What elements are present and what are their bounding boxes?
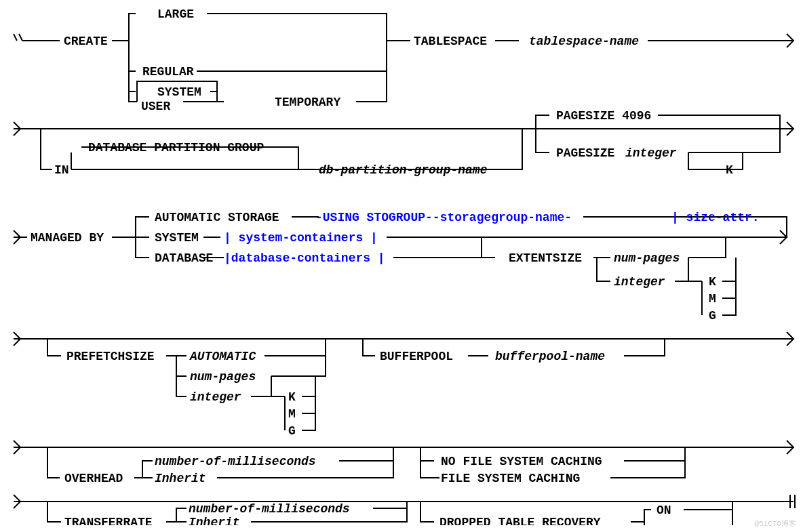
kw-overhead: OVERHEAD (64, 472, 123, 485)
kw-create: CREATE (64, 35, 108, 48)
unit-k-1: K (726, 163, 733, 177)
kw-managed-by: MANAGED BY (31, 231, 104, 245)
var-automatic: AUTOMATIC (189, 350, 256, 363)
unit-g-1: G (709, 309, 716, 323)
var-integer-1: integer (625, 146, 677, 160)
kw-transferrate: TRANSFERRATE (64, 516, 153, 525)
var-sys-containers: | system-containers | (224, 231, 378, 245)
var-integer-3: integer (190, 390, 241, 404)
var-inherit-1: Inherit (155, 472, 206, 485)
var-number-ms-1: number-of-milliseconds (155, 455, 316, 468)
var-tablespace-name: tablespace-name (529, 35, 639, 48)
unit-m-2: M (288, 407, 296, 421)
kw-large: LARGE (157, 7, 194, 21)
kw-tablespace: TABLESPACE (414, 35, 487, 48)
kw-user: USER (141, 100, 170, 113)
kw-database-opt: DATABASE (155, 251, 214, 265)
var-num-pages-2: num-pages (190, 370, 256, 384)
unit-k-3: K (288, 390, 296, 404)
kw-fs-cache: FILE SYSTEM CACHING (441, 472, 580, 485)
kw-in: IN (54, 163, 69, 177)
kw-pagesize-4096: PAGESIZE 4096 (556, 109, 651, 123)
var-num-pages-1: num-pages (614, 251, 680, 265)
watermark: @51CTO博客 (754, 518, 796, 529)
kw-bufferpool: BUFFERPOOL (380, 350, 453, 363)
unit-m-1: M (709, 292, 716, 306)
kw-system-opt: SYSTEM (155, 231, 199, 245)
kw-system: SYSTEM (157, 85, 201, 99)
var-inherit-2: Inherit (189, 516, 240, 525)
kw-on: ON (657, 504, 671, 517)
syntax-diagram: CREATE LARGE REGULAR SYSTEM USER TEMPORA… (7, 7, 796, 525)
kw-no-fs-cache: NO FILE SYSTEM CACHING (441, 455, 602, 468)
var-db-containers: |database-containers | (224, 251, 385, 265)
kw-dropped-table: DROPPED TABLE RECOVERY (439, 516, 601, 525)
kw-prefetchsize: PREFETCHSIZE (66, 350, 155, 363)
var-bufferpool-name: bufferpool-name (495, 350, 605, 363)
unit-k-2: K (709, 275, 716, 289)
var-using-stogroup: -USING STOGROUP--storagegroup-name- (315, 211, 572, 224)
var-integer-2: integer (614, 275, 665, 289)
kw-regular: REGULAR (142, 65, 194, 79)
unit-g-2: G (288, 424, 296, 438)
kw-auto-storage: AUTOMATIC STORAGE (155, 211, 279, 224)
kw-temporary: TEMPORARY (275, 96, 340, 109)
var-dbpg-name: db-partition-group-name (319, 163, 488, 177)
kw-extentsize: EXTENTSIZE (509, 251, 582, 265)
kw-pagesize: PAGESIZE (556, 146, 615, 160)
var-size-attr: | size-attr. (671, 211, 760, 224)
var-number-ms-2: number-of-milliseconds (189, 502, 350, 516)
kw-dbpg: DATABASE PARTITION GROUP (88, 141, 264, 155)
